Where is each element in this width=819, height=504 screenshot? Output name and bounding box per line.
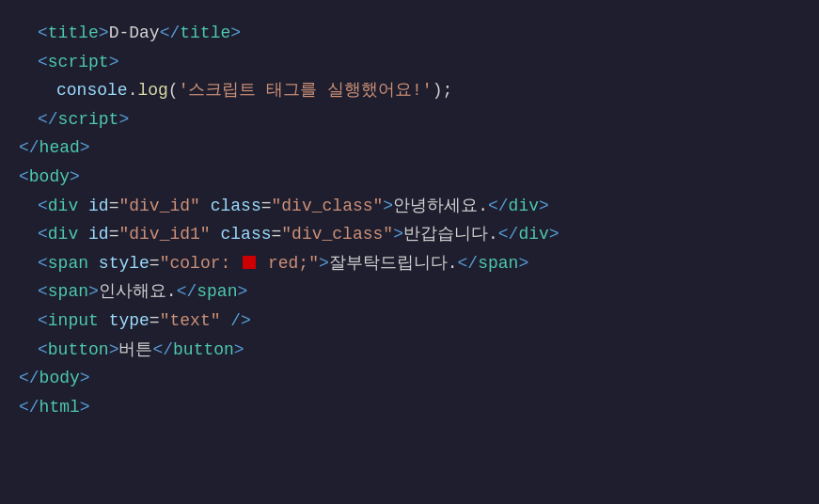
syntax-plain	[200, 192, 211, 221]
syntax-tag: title	[180, 19, 230, 48]
syntax-tag: body	[39, 364, 80, 393]
syntax-bracket: <	[38, 307, 48, 336]
syntax-value: "div_class"	[272, 192, 384, 221]
syntax-bracket: <	[19, 163, 29, 192]
syntax-bracket: </	[458, 249, 479, 278]
syntax-attr: class	[220, 220, 271, 249]
red-color-swatch	[243, 256, 256, 269]
syntax-text: D-Day	[109, 19, 160, 48]
syntax-bracket: </	[19, 364, 39, 393]
syntax-bracket: >	[118, 105, 129, 134]
syntax-paren: (	[168, 76, 179, 105]
code-line: <span>인사해요.</span>	[0, 277, 819, 307]
syntax-bracket: <	[38, 19, 48, 48]
syntax-bracket: >	[80, 364, 90, 393]
syntax-tag: button	[173, 336, 234, 365]
syntax-attr: style	[99, 249, 150, 278]
syntax-bracket: >	[237, 277, 247, 307]
syntax-bracket: <	[38, 220, 48, 249]
code-line: </script>	[0, 105, 819, 134]
syntax-bracket: <	[38, 336, 48, 365]
syntax-bracket: >	[80, 134, 90, 163]
syntax-bracket: <	[38, 277, 48, 307]
syntax-plain	[99, 307, 109, 336]
syntax-value: red;"	[268, 249, 319, 278]
syntax-tag: script	[58, 105, 119, 134]
syntax-plain	[88, 249, 99, 278]
syntax-bracket: </	[152, 336, 173, 365]
syntax-tag: script	[48, 48, 109, 77]
syntax-object: console	[56, 76, 128, 105]
syntax-bracket: </	[38, 105, 58, 134]
code-line: console.log('스크립트 태그를 실행했어요!');	[0, 76, 819, 105]
syntax-bracket: >	[230, 19, 241, 48]
syntax-plain: =	[109, 220, 119, 249]
syntax-method: log	[137, 76, 167, 105]
syntax-tag: span	[478, 249, 518, 278]
syntax-tag: input	[48, 307, 99, 336]
code-line: <div id="div_id1" class="div_class">반갑습니…	[0, 220, 819, 249]
syntax-bracket: >	[70, 163, 80, 192]
syntax-string: '스크립트 태그를 실행했어요!'	[179, 76, 433, 105]
code-line: <script>	[0, 48, 819, 77]
syntax-text: 잘부탁드립니다.	[329, 249, 458, 278]
syntax-plain: =	[261, 192, 272, 221]
code-line: <title>D-Day</title>	[0, 19, 819, 48]
syntax-plain	[211, 220, 221, 249]
syntax-plain: =	[109, 192, 119, 221]
syntax-paren: )	[433, 76, 443, 105]
syntax-plain	[220, 307, 230, 336]
syntax-attr: id	[88, 192, 109, 221]
syntax-bracket: >	[109, 48, 119, 77]
syntax-attr: class	[211, 192, 261, 221]
code-line: <input type="text" />	[0, 307, 819, 336]
syntax-bracket: </	[19, 393, 39, 422]
syntax-tag: span	[197, 277, 237, 307]
syntax-value: "div_class"	[281, 220, 393, 249]
syntax-tag: div	[509, 192, 539, 221]
syntax-plain	[78, 192, 88, 221]
syntax-attr: type	[109, 307, 150, 336]
syntax-bracket: >	[539, 192, 549, 221]
syntax-text: 안녕하세요.	[393, 192, 488, 221]
syntax-bracket: </	[177, 277, 197, 307]
syntax-text: 버튼	[118, 336, 152, 365]
syntax-plain: =	[150, 307, 160, 336]
code-line: <span style="color: red;">잘부탁드립니다.</span…	[0, 249, 819, 278]
syntax-plain	[230, 249, 241, 278]
syntax-bracket: />	[230, 307, 251, 336]
syntax-text: 반갑습니다.	[403, 220, 498, 249]
syntax-plain	[78, 220, 88, 249]
syntax-plain: =	[150, 249, 160, 278]
syntax-bracket: >	[109, 336, 119, 365]
syntax-tag: span	[48, 277, 88, 307]
syntax-value: "div_id"	[118, 192, 199, 221]
syntax-semi: ;	[442, 76, 452, 105]
syntax-bracket: </	[160, 19, 181, 48]
code-line: </html>	[0, 393, 819, 422]
syntax-bracket: </	[19, 134, 39, 163]
syntax-attr: id	[88, 220, 109, 249]
code-line: </head>	[0, 134, 819, 163]
syntax-bracket: >	[549, 220, 559, 249]
syntax-value: "color:	[160, 249, 231, 278]
syntax-tag: div	[48, 220, 78, 249]
syntax-bracket: >	[99, 19, 109, 48]
syntax-bracket: <	[38, 192, 48, 221]
syntax-bracket: </	[488, 192, 509, 221]
syntax-tag: head	[39, 134, 80, 163]
syntax-tag: span	[48, 249, 88, 278]
syntax-tag: div	[518, 220, 548, 249]
syntax-bracket: >	[80, 393, 90, 422]
syntax-value: "div_id1"	[118, 220, 210, 249]
syntax-bracket: >	[88, 277, 99, 307]
syntax-tag: title	[48, 19, 99, 48]
code-line: </body>	[0, 364, 819, 393]
syntax-bracket: >	[383, 192, 393, 221]
syntax-plain	[258, 249, 268, 278]
syntax-text: 인사해요.	[99, 277, 177, 307]
syntax-bracket: <	[38, 249, 48, 278]
syntax-bracket: >	[234, 336, 244, 365]
syntax-value: "text"	[160, 307, 221, 336]
code-line: <div id="div_id" class="div_class">안녕하세요…	[0, 192, 819, 221]
